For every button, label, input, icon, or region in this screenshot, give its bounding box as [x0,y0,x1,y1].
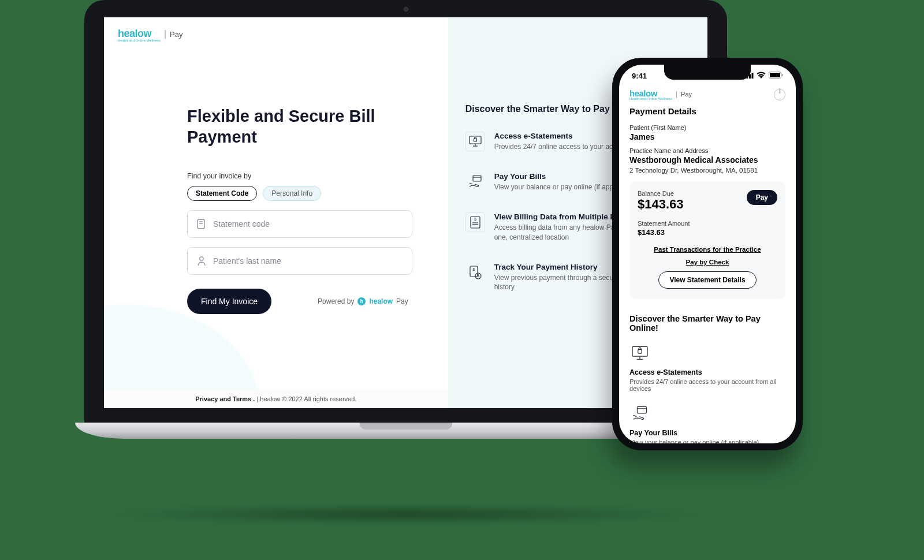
status-clock: 9:41 [632,72,647,80]
svg-text:$: $ [472,267,475,271]
receipt-clock-icon: $ [465,263,485,282]
document-icon [197,219,206,229]
practice-name: Westborough Medical Associates [629,155,785,165]
monitor-lock-icon [629,343,650,364]
invoice-icon: $ [465,212,485,232]
payment-details-heading: Payment Details [629,106,785,116]
balance-due-label: Balance Due [638,190,684,197]
svg-rect-22 [770,73,780,77]
view-statement-details-button[interactable]: View Statement Details [658,271,756,289]
svg-rect-7 [474,139,476,141]
last-name-input[interactable] [213,256,403,266]
patient-label: Patient (First Name) [629,124,785,131]
brand-product: Pay [681,91,692,98]
healow-mark-icon: h [357,297,366,305]
monitor-lock-icon [465,132,485,151]
wifi-icon [757,72,766,80]
hand-card-icon [629,404,650,424]
statement-amount-label: Statement Amount [638,220,777,227]
svg-rect-27 [638,350,642,354]
phone-feature-title: Access e-Statements [629,368,785,376]
phone-feature-title: Pay Your Bills [629,429,785,437]
phone-brand-logo: healow Health and Online Wellness | Pay [629,88,692,100]
phone-notch [664,65,751,80]
page-title: Flexible and Secure Bill Payment [187,106,389,148]
pay-button[interactable]: Pay [747,190,777,205]
svg-rect-0 [198,219,204,229]
page-footer: Privacy and Terms . | healow © 2022 All … [104,390,448,408]
brand-tagline: Health and Online Wellness [118,39,161,42]
last-name-field[interactable] [187,247,412,275]
person-icon [197,256,206,266]
phone-discover-heading: Discover the Smarter Way to Pay Online! [629,314,785,333]
phone-device: 9:41 healow Health and Online Wellness [612,58,803,450]
tab-personal-info[interactable]: Personal Info [263,186,321,201]
brand-tagline: Health and Online Wellness [629,97,672,100]
practice-label: Practice Name and Address [629,147,785,154]
brand-logo: healow Health and Online Wellness | Pay [118,28,434,42]
statement-amount-value: $143.63 [638,228,777,237]
power-icon[interactable] [774,89,785,100]
phone-screen: 9:41 healow Health and Online Wellness [619,65,796,443]
battery-icon [769,72,783,80]
brand-product: Pay [170,30,182,39]
past-transactions-link[interactable]: Past Transactions for the Practice [638,246,777,253]
svg-rect-28 [637,406,646,413]
balance-due-amount: $143.63 [638,197,684,212]
powered-brand: healow [369,297,393,305]
footer-copyright: | healow © 2022 All rights reserved. [255,395,356,402]
patient-name: James [629,132,785,141]
brand-name: healow [118,28,151,39]
phone-feature-desc: Provides 24/7 online access to your acco… [629,378,785,392]
powered-product: Pay [396,297,408,305]
find-invoice-label: Find your invoice by [187,172,434,180]
pay-by-check-link[interactable]: Pay by Check [638,259,777,266]
phone-feature-desc: View your balance or pay online (if appl… [629,439,785,443]
svg-text:$: $ [474,217,476,221]
svg-point-3 [200,256,203,260]
find-invoice-button[interactable]: Find My Invoice [187,289,271,314]
svg-rect-23 [782,74,783,76]
tab-statement-code[interactable]: Statement Code [187,186,257,201]
balance-card: Balance Due $143.63 Pay Statement Amount… [629,182,785,299]
invoice-lookup-tabs: Statement Code Personal Info [187,186,434,201]
statement-code-input[interactable] [213,219,403,229]
laptop-camera-icon [404,7,408,12]
svg-rect-8 [473,176,481,181]
statement-code-field[interactable] [187,210,412,238]
powered-prefix: Powered by [318,297,354,305]
practice-address: 2 Technology Dr, Westborought, MA, 01581 [629,167,785,174]
svg-rect-20 [752,73,754,79]
powered-by: Powered by h healow Pay [318,297,408,305]
hand-card-icon [465,172,485,192]
privacy-terms-link[interactable]: Privacy and Terms . [195,395,255,402]
